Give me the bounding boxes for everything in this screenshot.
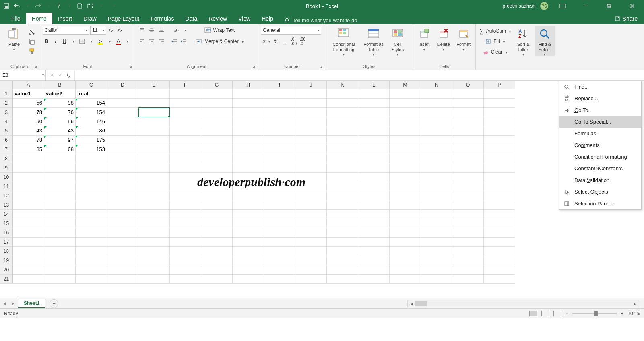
cell[interactable] bbox=[327, 117, 358, 126]
row-header[interactable]: 14 bbox=[0, 210, 13, 219]
horizontal-scrollbar[interactable]: ◄► bbox=[407, 300, 639, 307]
select-all-corner[interactable] bbox=[0, 81, 13, 89]
cell[interactable] bbox=[170, 238, 201, 247]
cell[interactable] bbox=[76, 256, 107, 265]
cell[interactable] bbox=[327, 99, 358, 108]
row-header[interactable]: 15 bbox=[0, 219, 13, 228]
cell[interactable] bbox=[107, 182, 138, 191]
format-as-table-button[interactable]: Format as Table▾ bbox=[361, 26, 386, 56]
cell[interactable] bbox=[421, 99, 452, 108]
zoom-level[interactable]: 104% bbox=[627, 311, 640, 316]
cell[interactable] bbox=[295, 219, 327, 228]
cell[interactable] bbox=[484, 163, 515, 173]
sheet-nav-next-icon[interactable]: ► bbox=[9, 301, 18, 306]
cell[interactable]: value1 bbox=[13, 89, 44, 99]
cell[interactable] bbox=[138, 210, 170, 219]
column-header[interactable]: B bbox=[44, 81, 76, 89]
cell[interactable] bbox=[107, 219, 138, 228]
cell[interactable] bbox=[295, 200, 327, 210]
cell[interactable] bbox=[138, 238, 170, 247]
underline-button[interactable]: U bbox=[60, 37, 68, 46]
tab-home[interactable]: Home bbox=[26, 13, 52, 24]
cell[interactable] bbox=[452, 191, 484, 200]
cell[interactable] bbox=[233, 126, 264, 136]
cell[interactable] bbox=[390, 191, 421, 200]
cell[interactable] bbox=[390, 228, 421, 238]
cell[interactable] bbox=[421, 200, 452, 210]
row-header[interactable]: 1 bbox=[0, 89, 13, 99]
cell[interactable]: 153 bbox=[76, 145, 107, 154]
touch-mode-icon[interactable] bbox=[56, 3, 62, 9]
menu-item[interactable]: Formulas bbox=[559, 128, 641, 139]
cell[interactable] bbox=[421, 238, 452, 247]
column-header[interactable]: J bbox=[295, 81, 327, 89]
cell[interactable] bbox=[107, 163, 138, 173]
cell[interactable] bbox=[264, 256, 295, 265]
font-color-dropdown[interactable] bbox=[123, 37, 131, 46]
cell[interactable] bbox=[295, 228, 327, 238]
cell[interactable] bbox=[13, 200, 44, 210]
cell[interactable]: 43 bbox=[13, 126, 44, 136]
cell[interactable] bbox=[358, 154, 390, 163]
cell[interactable] bbox=[138, 191, 170, 200]
cell[interactable]: 86 bbox=[76, 126, 107, 136]
cell[interactable] bbox=[295, 247, 327, 256]
align-right-icon[interactable] bbox=[157, 37, 166, 46]
undo-icon[interactable] bbox=[14, 3, 20, 9]
autosum-button[interactable]: ∑AutoSum bbox=[478, 27, 512, 35]
cell[interactable] bbox=[484, 247, 515, 256]
cell[interactable] bbox=[421, 265, 452, 275]
cell[interactable] bbox=[107, 173, 138, 182]
cell[interactable] bbox=[484, 228, 515, 238]
cell[interactable] bbox=[327, 89, 358, 99]
font-color-button[interactable]: A bbox=[114, 37, 122, 46]
merge-center-button[interactable]: Merge & Center bbox=[193, 37, 246, 46]
align-bottom-icon[interactable] bbox=[157, 26, 166, 35]
cell[interactable]: total bbox=[76, 89, 107, 99]
cell[interactable] bbox=[13, 210, 44, 219]
cell[interactable] bbox=[484, 265, 515, 275]
cell[interactable] bbox=[44, 182, 76, 191]
delete-cells-button[interactable]: Delete▾ bbox=[434, 26, 452, 52]
cell[interactable] bbox=[201, 99, 233, 108]
cell[interactable] bbox=[233, 191, 264, 200]
cell[interactable] bbox=[358, 136, 390, 145]
menu-item[interactable]: Selection Pane... bbox=[559, 198, 641, 209]
cell[interactable] bbox=[295, 275, 327, 284]
cell[interactable] bbox=[484, 145, 515, 154]
minimize-button[interactable] bbox=[576, 0, 595, 12]
cell[interactable] bbox=[452, 126, 484, 136]
cell[interactable] bbox=[452, 99, 484, 108]
cell[interactable] bbox=[44, 238, 76, 247]
cell[interactable]: 175 bbox=[76, 136, 107, 145]
cell[interactable] bbox=[170, 265, 201, 275]
cell[interactable] bbox=[484, 126, 515, 136]
cell[interactable] bbox=[264, 265, 295, 275]
touch-dropdown-icon[interactable] bbox=[66, 3, 72, 9]
cell[interactable] bbox=[138, 265, 170, 275]
tab-insert[interactable]: Insert bbox=[52, 13, 78, 24]
align-middle-icon[interactable] bbox=[147, 26, 156, 35]
cell[interactable] bbox=[327, 228, 358, 238]
cell[interactable] bbox=[201, 89, 233, 99]
cell[interactable] bbox=[170, 228, 201, 238]
cell[interactable] bbox=[264, 89, 295, 99]
cell[interactable] bbox=[390, 154, 421, 163]
cell[interactable] bbox=[201, 247, 233, 256]
cell[interactable] bbox=[138, 182, 170, 191]
cell[interactable] bbox=[327, 154, 358, 163]
cell[interactable] bbox=[452, 173, 484, 182]
cell[interactable] bbox=[327, 108, 358, 117]
cell[interactable] bbox=[107, 117, 138, 126]
cell[interactable] bbox=[264, 117, 295, 126]
cell[interactable] bbox=[327, 163, 358, 173]
cell[interactable] bbox=[484, 219, 515, 228]
column-header[interactable]: A bbox=[13, 81, 44, 89]
cell[interactable] bbox=[390, 126, 421, 136]
paste-button[interactable]: Paste ▾ bbox=[2, 26, 26, 52]
cell[interactable] bbox=[170, 191, 201, 200]
zoom-out-button[interactable]: − bbox=[566, 311, 568, 316]
cell[interactable] bbox=[295, 256, 327, 265]
cell[interactable] bbox=[264, 275, 295, 284]
cell[interactable] bbox=[264, 247, 295, 256]
